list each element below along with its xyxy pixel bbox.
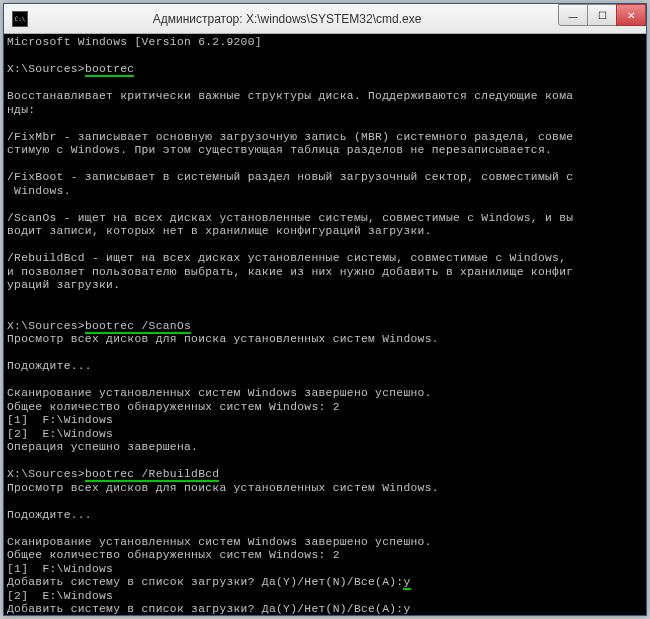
cmd-window: Администратор: X:\windows\SYSTEM32\cmd.e…: [3, 3, 647, 616]
version-line: Microsoft Windows [Version 6.2.9200]: [7, 36, 643, 50]
fixmbr-line: /FixMbr - записывает основную загрузочну…: [7, 131, 643, 145]
prompt-line: X:\Sources>bootrec /RebuildBcd: [7, 468, 643, 482]
count-line: Общее количество обнаруженных систем Win…: [7, 549, 643, 563]
maximize-button[interactable]: [587, 4, 617, 26]
scan-msg: Просмотр всех дисков для поиска установл…: [7, 482, 643, 496]
scanos-line: водит записи, которых нет в хранилище ко…: [7, 225, 643, 239]
os-entry: [2] E:\Windows: [7, 590, 643, 604]
os-entry: [2] E:\Windows: [7, 428, 643, 442]
close-button[interactable]: [616, 4, 646, 26]
fixboot-line: Windows.: [7, 185, 643, 199]
command-input: bootrec: [85, 63, 135, 77]
add-prompt-line: Добавить систему в список загрузки? Да(Y…: [7, 603, 643, 615]
user-answer: y: [403, 576, 410, 590]
fixmbr-line: стимую с Windows. При этом существующая …: [7, 144, 643, 158]
command-input: bootrec /RebuildBcd: [85, 468, 220, 482]
wait-msg: Подождите...: [7, 360, 643, 374]
scan-msg: Просмотр всех дисков для поиска установл…: [7, 333, 643, 347]
desc-line: нды:: [7, 104, 643, 118]
command-input: bootrec /ScanOs: [85, 320, 191, 334]
prompt: X:\Sources>: [7, 468, 85, 480]
window-controls: [559, 4, 646, 26]
prompt: X:\Sources>: [7, 320, 85, 332]
count-line: Общее количество обнаруженных систем Win…: [7, 401, 643, 415]
os-entry: [1] F:\Windows: [7, 414, 643, 428]
rebuild-line: ураций загрузки.: [7, 279, 643, 293]
scanos-line: /ScanOs - ищет на всех дисках установлен…: [7, 212, 643, 226]
minimize-button[interactable]: [558, 4, 588, 26]
fixboot-line: /FixBoot - записывает в системный раздел…: [7, 171, 643, 185]
success-msg: Операция успешно завершена.: [7, 441, 643, 455]
wait-msg: Подождите...: [7, 509, 643, 523]
desc-line: Восстанавливает критически важные структ…: [7, 90, 643, 104]
add-prompt: Добавить систему в список загрузки? Да(Y…: [7, 603, 403, 615]
add-prompt: Добавить систему в список загрузки? Да(Y…: [7, 576, 403, 588]
scan-done: Сканирование установленных систем Window…: [7, 387, 643, 401]
cmd-icon: [12, 11, 28, 27]
prompt: X:\Sources>: [7, 63, 85, 75]
titlebar[interactable]: Администратор: X:\windows\SYSTEM32\cmd.e…: [4, 4, 646, 34]
os-entry: [1] F:\Windows: [7, 563, 643, 577]
rebuild-line: и позволяет пользователю выбрать, какие …: [7, 266, 643, 280]
scan-done: Сканирование установленных систем Window…: [7, 536, 643, 550]
rebuild-line: /RebuildBcd - ищет на всех дисках устано…: [7, 252, 643, 266]
add-prompt-line: Добавить систему в список загрузки? Да(Y…: [7, 576, 643, 590]
prompt-line: X:\Sources>bootrec: [7, 63, 643, 77]
window-title: Администратор: X:\windows\SYSTEM32\cmd.e…: [28, 12, 646, 26]
terminal-output[interactable]: Microsoft Windows [Version 6.2.9200] X:\…: [4, 34, 646, 615]
user-answer: y: [403, 603, 410, 615]
prompt-line: X:\Sources>bootrec /ScanOs: [7, 320, 643, 334]
